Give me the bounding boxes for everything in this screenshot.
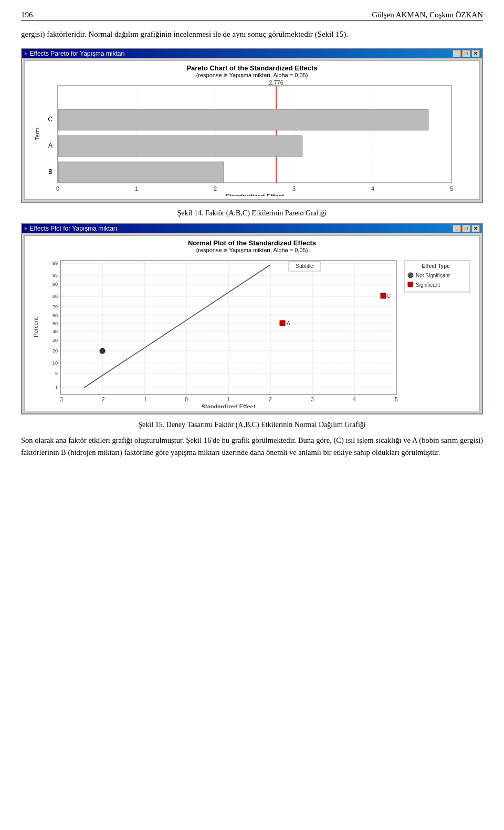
normal-plot-title: Effects Plot for Yapışma miktarı (29, 225, 117, 232)
normal-plot-icon: + (24, 225, 27, 232)
minimize-button2[interactable]: _ (453, 225, 461, 232)
svg-text:3: 3 (311, 397, 314, 402)
svg-text:4: 4 (353, 397, 356, 402)
page-container: 196 Gülşen AKMAN, Coşkun ÖZKAN gergisi) … (0, 0, 504, 474)
svg-text:-2: -2 (100, 397, 105, 402)
normal-plot-chart-subtitle: (response is Yapışma miktarı, Alpha = 0,… (28, 247, 476, 253)
maximize-button[interactable]: □ (462, 50, 470, 57)
svg-text:Effect Type: Effect Type (422, 263, 450, 269)
normal-plot-area: 99 95 90 80 70 60 50 40 30 20 10 5 1 Per… (28, 255, 476, 408)
svg-text:20: 20 (52, 348, 58, 354)
page-authors: Gülşen AKMAN, Coşkun ÖZKAN (372, 11, 483, 19)
svg-text:1: 1 (135, 185, 138, 192)
svg-text:10: 10 (52, 360, 58, 366)
svg-text:3: 3 (292, 185, 296, 192)
page-header: 196 Gülşen AKMAN, Coşkun ÖZKAN (21, 11, 483, 21)
close-button[interactable]: ✕ (471, 50, 480, 57)
svg-text:-3: -3 (58, 397, 63, 402)
pareto-svg: 2,776 C A B Term 0 1 2 (32, 80, 472, 196)
svg-text:80: 80 (52, 294, 58, 299)
svg-text:70: 70 (52, 304, 58, 309)
pareto-chart-title: Pareto Chart of the Standardized Effects (28, 64, 476, 72)
svg-text:1: 1 (227, 397, 230, 402)
svg-text:5: 5 (450, 185, 453, 192)
normal-plot-titlebar: + Effects Plot for Yapışma miktarı _ □ ✕ (22, 224, 482, 233)
svg-text:40: 40 (52, 329, 58, 334)
svg-text:Term: Term (34, 127, 40, 140)
pareto-window: + Effects Pareto for Yapışma miktarı _ □… (21, 48, 483, 203)
page-number: 196 (21, 11, 33, 19)
intro-paragraph: gergisi) faktörleridir. Normal dağılım g… (21, 28, 483, 40)
svg-text:Standardized Effect: Standardized Effect (202, 403, 256, 408)
svg-text:2: 2 (214, 185, 217, 192)
svg-text:99: 99 (52, 261, 58, 266)
caption2: Şekil 15. Deney Tasarımı Faktör (A,B,C) … (21, 421, 483, 429)
svg-text:A: A (48, 142, 52, 149)
pareto-window-titlebar: + Effects Pareto for Yapışma miktarı _ □… (22, 49, 482, 58)
close-button2[interactable]: ✕ (471, 225, 480, 232)
pareto-chart-area: 2,776 C A B Term 0 1 2 (28, 80, 476, 196)
svg-text:0: 0 (185, 397, 188, 402)
svg-text:90: 90 (52, 282, 58, 287)
svg-text:Standardized Effect: Standardized Effect (225, 193, 284, 196)
caption1: Şekil 14. Faktör (A,B,C) Etkilerinin Par… (21, 209, 483, 217)
svg-text:B: B (48, 168, 52, 175)
svg-text:95: 95 (52, 273, 58, 278)
svg-text:2: 2 (269, 397, 272, 402)
svg-text:Subtitle: Subtitle (296, 263, 313, 269)
normal-plot-chart-title: Normal Plot of the Standardized Effects (28, 239, 476, 247)
svg-text:C: C (48, 116, 52, 123)
svg-text:Not Significant: Not Significant (416, 273, 450, 278)
svg-text:1: 1 (55, 385, 58, 390)
pareto-chart-subtitle: (response is Yapışma miktarı, Alpha = 0,… (28, 72, 476, 78)
pareto-window-title: Effects Pareto for Yapışma miktarı (29, 50, 124, 57)
minimize-button[interactable]: _ (453, 50, 461, 57)
svg-rect-14 (58, 136, 302, 157)
point-A (280, 320, 285, 326)
svg-point-77 (408, 273, 413, 278)
svg-text:30: 30 (52, 338, 58, 343)
svg-rect-15 (58, 162, 224, 183)
svg-text:4: 4 (371, 185, 374, 192)
maximize-button2[interactable]: □ (462, 225, 470, 232)
svg-rect-79 (408, 282, 413, 287)
pareto-window-icon: + (24, 50, 27, 57)
svg-text:-1: -1 (142, 397, 147, 402)
svg-text:50: 50 (52, 321, 58, 326)
point-C (381, 293, 386, 298)
normal-plot-window: + Effects Plot for Yapışma miktarı _ □ ✕… (21, 223, 483, 414)
svg-text:5: 5 (55, 371, 58, 376)
normal-plot-content: Normal Plot of the Standardized Effects … (24, 235, 480, 411)
svg-text:60: 60 (52, 313, 58, 318)
svg-text:2,776: 2,776 (269, 80, 284, 86)
svg-text:C: C (387, 293, 391, 299)
normal-plot-svg: 99 95 90 80 70 60 50 40 30 20 10 5 1 Per… (32, 255, 472, 408)
svg-rect-13 (58, 109, 428, 130)
svg-text:5: 5 (395, 397, 398, 402)
svg-text:0: 0 (56, 185, 59, 192)
svg-text:A: A (287, 320, 290, 326)
body-text: Son olarak ana faktör etkileri grafiği o… (21, 434, 483, 459)
pareto-window-content: Pareto Chart of the Standardized Effects… (24, 60, 480, 200)
svg-text:Percent: Percent (33, 317, 39, 337)
svg-text:Significant: Significant (416, 282, 440, 288)
point-not-significant (100, 348, 105, 354)
